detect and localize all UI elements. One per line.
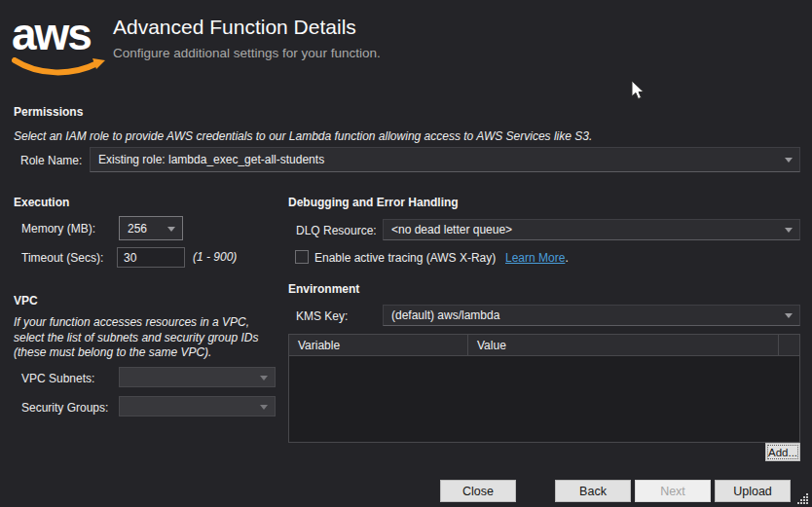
page-subtitle: Configure additional settings for your f… bbox=[113, 46, 381, 60]
add-variable-button[interactable]: Add... bbox=[765, 443, 800, 461]
vpc-section-label: VPC bbox=[14, 294, 38, 308]
dlq-resource-dropdown[interactable]: <no dead letter queue> bbox=[383, 219, 800, 240]
aws-smile-icon bbox=[12, 57, 107, 79]
active-tracing-label: Enable active tracing (AWS X-Ray) bbox=[314, 251, 496, 265]
chevron-down-icon bbox=[167, 227, 175, 232]
chevron-down-icon bbox=[260, 405, 268, 410]
environment-variables-table[interactable]: Variable Value bbox=[288, 334, 800, 443]
learn-more-link[interactable]: Learn More bbox=[505, 251, 565, 265]
upload-button[interactable]: Upload bbox=[715, 480, 791, 502]
page-title: Advanced Function Details bbox=[113, 16, 356, 39]
mouse-cursor bbox=[631, 80, 646, 102]
memory-label: Memory (MB): bbox=[21, 222, 95, 235]
close-button[interactable]: Close bbox=[440, 480, 516, 502]
kms-key-dropdown[interactable]: (default) aws/lambda bbox=[383, 305, 800, 326]
chevron-down-icon bbox=[785, 228, 793, 233]
vpc-subnets-label: VPC Subnets: bbox=[21, 372, 94, 385]
security-groups-dropdown[interactable] bbox=[119, 396, 276, 416]
back-button[interactable]: Back bbox=[555, 480, 631, 502]
environment-section-label: Environment bbox=[288, 282, 359, 296]
dlq-resource-value: <no dead letter queue> bbox=[391, 223, 512, 236]
role-name-value: Existing role: lambda_exec_get-all-stude… bbox=[98, 153, 324, 166]
advanced-function-details-dialog: { "header": { "logo": "aws", "title": "A… bbox=[0, 0, 812, 507]
environment-variables-table-body bbox=[289, 356, 799, 442]
memory-value: 256 bbox=[128, 222, 147, 235]
debugging-section-label: Debugging and Error Handling bbox=[288, 196, 459, 209]
dlq-resource-label: DLQ Resource: bbox=[296, 224, 377, 237]
chevron-down-icon bbox=[260, 376, 268, 380]
active-tracing-checkbox[interactable] bbox=[295, 250, 309, 264]
kms-key-value: (default) aws/lambda bbox=[391, 308, 499, 322]
chevron-down-icon bbox=[785, 158, 793, 163]
kms-key-label: KMS Key: bbox=[296, 309, 348, 323]
next-button: Next bbox=[635, 480, 711, 502]
timeout-label: Timeout (Secs): bbox=[21, 251, 103, 265]
permissions-instruction: Select an IAM role to provide AWS creden… bbox=[14, 129, 592, 143]
role-name-label: Role Name: bbox=[20, 154, 82, 167]
learn-more-suffix: . bbox=[565, 251, 568, 265]
chevron-down-icon bbox=[785, 313, 793, 318]
timeout-input[interactable]: 30 bbox=[117, 247, 185, 268]
execution-section-label: Execution bbox=[14, 196, 69, 209]
vpc-subnets-dropdown[interactable] bbox=[119, 367, 276, 387]
timeout-value: 30 bbox=[124, 251, 136, 265]
resize-grip[interactable] bbox=[796, 492, 809, 505]
security-groups-label: Security Groups: bbox=[21, 401, 108, 415]
environment-variables-table-header: Variable Value bbox=[289, 335, 799, 356]
column-header-spacer bbox=[779, 335, 799, 355]
aws-logo: aws bbox=[12, 12, 107, 83]
vpc-instruction: If your function accesses resources in a… bbox=[14, 315, 278, 361]
column-header-variable[interactable]: Variable bbox=[289, 335, 468, 355]
timeout-range-hint: (1 - 900) bbox=[193, 250, 237, 264]
column-header-value[interactable]: Value bbox=[468, 335, 779, 355]
role-name-dropdown[interactable]: Existing role: lambda_exec_get-all-stude… bbox=[90, 147, 800, 172]
aws-logo-text: aws bbox=[12, 12, 107, 56]
permissions-section-label: Permissions bbox=[14, 105, 83, 119]
memory-dropdown[interactable]: 256 bbox=[119, 216, 183, 240]
